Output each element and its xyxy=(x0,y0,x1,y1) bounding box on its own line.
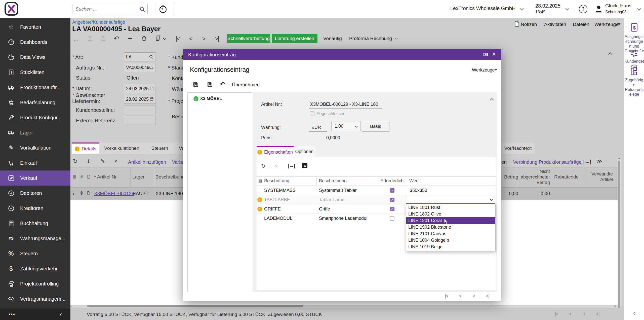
kundenbestellnr-input[interactable] xyxy=(124,105,155,114)
erforderlich-checkbox[interactable] xyxy=(390,216,394,221)
dropdown-option[interactable]: LINE 2101 Canvas xyxy=(406,230,495,237)
column-header-verwandte[interactable]: Verwandte Artikel xyxy=(586,171,613,182)
first-page-icon[interactable]: |< xyxy=(555,311,558,317)
tab-steuern[interactable]: Steuern xyxy=(145,143,175,154)
dropdown-option[interactable]: LINE 1802 Olive xyxy=(406,211,495,217)
dropdown-option[interactable]: LINE 1019 Beige xyxy=(406,243,495,250)
sidebar-item-waehrungsmanagement[interactable]: ¥$Währungsmanage... xyxy=(0,231,70,246)
rate-select[interactable]: 1,00 xyxy=(331,122,361,131)
user-avatar-icon[interactable] xyxy=(594,4,604,14)
copy-icon[interactable] xyxy=(155,35,161,41)
proforma-rechnung-button[interactable]: Proforma Rechnung xyxy=(349,36,392,41)
save-icon[interactable] xyxy=(207,81,213,87)
refresh-icon[interactable]: ↻ xyxy=(73,158,77,165)
collapse-form-icon[interactable] xyxy=(608,52,612,56)
sidebar-item-produkt-konfigurator[interactable]: Produkt Konfigur... xyxy=(0,110,70,125)
undo-icon[interactable]: ↶ xyxy=(220,81,225,88)
wert-select-open[interactable] xyxy=(406,196,495,204)
sidebar-item-buchhaltung[interactable]: Buchhaltung xyxy=(0,216,70,231)
tab-vor-nachtext[interactable]: Vor/Nachtext xyxy=(501,143,535,154)
help-icon[interactable]: ? xyxy=(579,5,587,13)
excel-export-icon[interactable]: X xyxy=(302,163,307,168)
app-logo[interactable] xyxy=(5,2,18,16)
collapse-right-panel-icon[interactable]: ‹ xyxy=(633,309,635,317)
sidebar-item-steuern[interactable]: %Steuern xyxy=(0,246,70,261)
scroll-right-icon[interactable] xyxy=(615,305,616,307)
modal-titlebar[interactable]: Konfigurationseintrag × xyxy=(183,49,501,60)
expand-row-icon[interactable]: › xyxy=(72,190,74,197)
more-options-icon[interactable]: ••• xyxy=(9,311,15,317)
column-header-betrag[interactable]: Betrag xyxy=(501,174,518,180)
remove-icon[interactable]: × xyxy=(275,163,278,169)
column-header-beschriftung[interactable]: Beschriftung xyxy=(264,178,289,184)
basis-button[interactable]: Basis xyxy=(362,121,389,132)
artikel-nr-value[interactable]: X3MÖBEL-000129 - X3-LINE 180 xyxy=(310,102,383,107)
sidebar-item-einkauf[interactable]: Einkauf xyxy=(0,155,70,170)
dropdown-option[interactable]: LINE 1004 Goldgelb xyxy=(406,237,495,243)
chevron-down-icon[interactable] xyxy=(566,7,570,11)
sidebar-item-debitoren[interactable]: Debitoren xyxy=(0,186,70,201)
column-header-wert[interactable]: Wert xyxy=(409,178,419,184)
next-page-icon[interactable]: > xyxy=(583,311,585,317)
refresh-icon[interactable]: ↻ xyxy=(261,163,266,169)
sidebar-item-bedarfsplanung[interactable]: Bedarfsplanung xyxy=(0,95,70,110)
wert-value[interactable]: 350x350 xyxy=(410,188,427,193)
panel-item-kundendetails[interactable]: Kundendetails xyxy=(624,49,644,68)
calendar-icon[interactable] xyxy=(149,97,154,101)
scrollbar-thumb[interactable] xyxy=(87,305,303,307)
vertical-scrollbar[interactable] xyxy=(618,157,621,315)
close-icon[interactable]: × xyxy=(492,50,496,58)
externe-referenz-input[interactable] xyxy=(124,116,155,125)
uebernehmen-button[interactable]: Übernehmen xyxy=(232,82,260,88)
production-orders-link[interactable]: Verbindung Produktionsaufträge xyxy=(513,159,581,165)
erforderlich-checkbox[interactable]: ✓ xyxy=(390,188,394,193)
undo-icon[interactable]: ↶ xyxy=(114,35,119,43)
save-all-icon[interactable] xyxy=(100,35,106,42)
delete-icon[interactable] xyxy=(141,35,147,42)
sidebar-item-stuecklisten[interactable]: $Stücklisten xyxy=(0,65,70,80)
column-header-artikel[interactable]: * Artikel Nr. xyxy=(94,174,118,180)
lieferung-erstellen-button[interactable]: Lieferung erstellen xyxy=(272,34,317,43)
expand-columns-icon[interactable]: ≫ xyxy=(597,158,602,164)
modal-werkzeuge-menu[interactable]: Werkzeuge xyxy=(472,67,495,73)
article-link[interactable]: X3MÖBEL-000129 xyxy=(94,191,134,196)
fit-columns-icon[interactable]: |↔| xyxy=(288,163,295,169)
more-actions-button[interactable]: ··· xyxy=(394,35,400,41)
abgeschlossen-checkbox[interactable] xyxy=(310,111,314,116)
preis-value[interactable]: 0,0000 xyxy=(326,135,340,140)
sidebar-item-dashboards[interactable]: Dashboards xyxy=(0,34,70,50)
last-page-icon[interactable]: >| xyxy=(486,293,489,299)
dropdown-option[interactable]: LINE 1801 Rust xyxy=(406,204,495,211)
first-page-icon[interactable]: |< xyxy=(445,293,449,299)
notizen-link[interactable]: Notizen xyxy=(521,22,537,27)
search-input[interactable] xyxy=(75,5,136,13)
sidebar-item-verkauf[interactable]: Verkauf xyxy=(0,170,70,186)
back-button[interactable]: ← xyxy=(73,35,79,43)
add-row-icon[interactable]: + xyxy=(87,157,91,165)
tree-item-x3-moebel[interactable]: – ✓ X3 MÖBEL xyxy=(190,96,222,101)
breadcrumb[interactable]: Angebote/Kundenaufträge xyxy=(72,20,125,25)
next-record-icon[interactable]: > xyxy=(202,35,206,42)
timer-icon[interactable] xyxy=(158,5,168,14)
save-close-icon[interactable] xyxy=(193,81,199,87)
company-selector[interactable]: LexTronics Wholesale GmbH xyxy=(450,6,515,11)
first-record-icon[interactable]: |< xyxy=(176,35,179,42)
previous-page-icon[interactable]: < xyxy=(569,311,572,317)
previous-record-icon[interactable]: < xyxy=(189,35,192,42)
remove-icon[interactable]: × xyxy=(114,158,117,165)
search-icon[interactable] xyxy=(149,55,154,59)
erforderlich-checkbox[interactable]: ✓ xyxy=(390,207,394,211)
property-row-systemmass[interactable]: SYSTEMMASS Systemmaß Tablar ✓ 350x350 xyxy=(257,186,496,195)
sidebar-item-data-views[interactable]: Data Views xyxy=(0,50,70,65)
search-icon[interactable] xyxy=(139,6,145,12)
dateien-link[interactable]: Dateien xyxy=(573,22,589,27)
maximize-icon[interactable] xyxy=(484,53,488,56)
calendar-icon[interactable] xyxy=(149,86,154,91)
property-row-tablfarbe[interactable]: ! TABLFARBE Tablar Farbe ✓ xyxy=(257,195,496,204)
column-header-nicht-abgerechnet[interactable]: Nicht abgerechneter Betrag xyxy=(520,169,550,185)
horizontal-scrollbar[interactable] xyxy=(72,305,618,307)
sidebar-item-produktionsauftraege[interactable]: Produktionsauftr... xyxy=(0,80,70,95)
panel-item-retourenbelege[interactable]: Zugehörige Retourenbelege xyxy=(624,66,644,97)
vorlaeufig-button[interactable]: Vorläufig xyxy=(323,36,342,41)
erforderlich-checkbox[interactable]: ✓ xyxy=(390,198,394,202)
